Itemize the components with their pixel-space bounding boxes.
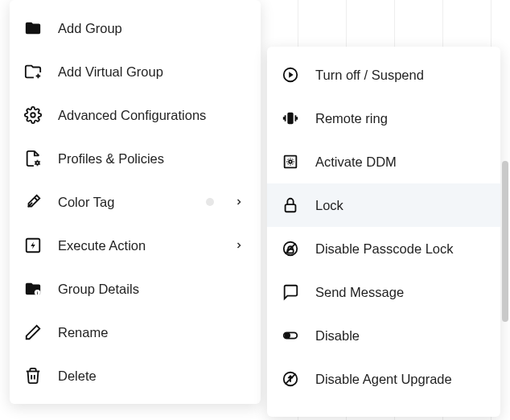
menu-item-delete[interactable]: Delete bbox=[10, 354, 261, 397]
submenu-item-lock[interactable]: Lock bbox=[267, 183, 500, 227]
submenu-item-label: Turn off / Suspend bbox=[315, 68, 484, 83]
svg-rect-9 bbox=[285, 156, 297, 168]
menu-item-label: Color Tag bbox=[58, 195, 191, 210]
svg-marker-7 bbox=[289, 72, 294, 77]
submenu-item-send-message[interactable]: Send Message bbox=[267, 270, 500, 314]
svg-point-10 bbox=[289, 160, 292, 163]
svg-rect-11 bbox=[286, 204, 296, 212]
submenu-scrollbar[interactable] bbox=[502, 161, 508, 322]
bolt-icon bbox=[23, 235, 43, 256]
menu-item-label: Profiles & Policies bbox=[58, 151, 245, 167]
folder-plus-icon bbox=[23, 61, 43, 82]
vibrate-icon bbox=[280, 108, 301, 129]
submenu-item-label: Activate DDM bbox=[315, 154, 484, 170]
toggle-icon bbox=[280, 325, 301, 346]
submenu-item-disable[interactable]: Disable bbox=[267, 314, 500, 357]
color-swatch-dot bbox=[206, 198, 214, 206]
menu-item-profiles-policies[interactable]: Profiles & Policies bbox=[10, 137, 261, 180]
document-gear-icon bbox=[23, 148, 43, 169]
svg-rect-8 bbox=[288, 113, 293, 124]
submenu-item-label: Disable Agent Upgrade bbox=[315, 372, 484, 387]
menu-item-add-group[interactable]: Add Group bbox=[10, 6, 261, 50]
submenu-item-label: Disable bbox=[315, 328, 484, 344]
chevron-right-icon bbox=[233, 240, 245, 251]
folder-icon bbox=[23, 18, 43, 39]
submenu-item-turn-off-suspend[interactable]: Turn off / Suspend bbox=[267, 53, 500, 97]
trash-icon bbox=[23, 365, 43, 386]
submenu-item-disable-passcode-lock[interactable]: Disable Passcode Lock bbox=[267, 227, 500, 270]
folder-info-icon: i bbox=[23, 278, 43, 299]
svg-point-16 bbox=[286, 333, 290, 338]
menu-item-label: Rename bbox=[58, 325, 245, 340]
submenu-item-label: Remote ring bbox=[315, 111, 484, 126]
lock-icon bbox=[280, 195, 301, 216]
menu-item-advanced-configurations[interactable]: Advanced Configurations bbox=[10, 93, 261, 137]
submenu-item-label: Send Message bbox=[315, 285, 484, 300]
submenu-item-label: Lock bbox=[315, 198, 484, 213]
menu-item-label: Advanced Configurations bbox=[58, 108, 245, 123]
menu-item-label: Execute Action bbox=[58, 238, 219, 253]
no-upgrade-icon bbox=[280, 369, 301, 389]
eyedropper-icon bbox=[23, 191, 43, 212]
menu-item-label: Add Group bbox=[58, 21, 245, 36]
menu-item-group-details[interactable]: i Group Details bbox=[10, 267, 261, 311]
submenu-item-activate-ddm[interactable]: Activate DDM bbox=[267, 140, 500, 183]
lock-slash-icon bbox=[280, 238, 301, 259]
svg-marker-3 bbox=[31, 241, 35, 249]
menu-item-execute-action[interactable]: Execute Action bbox=[10, 224, 261, 267]
power-icon bbox=[280, 64, 301, 85]
menu-item-add-virtual-group[interactable]: Add Virtual Group bbox=[10, 50, 261, 93]
execute-action-submenu: Turn off / Suspend Remote ring Activate … bbox=[267, 47, 500, 417]
menu-item-color-tag[interactable]: Color Tag bbox=[10, 180, 261, 224]
menu-item-label: Delete bbox=[58, 369, 245, 384]
gear-icon bbox=[23, 105, 43, 126]
message-icon bbox=[280, 282, 301, 303]
menu-item-label: Add Virtual Group bbox=[58, 64, 245, 80]
svg-point-0 bbox=[31, 113, 35, 117]
menu-item-label: Group Details bbox=[58, 282, 245, 297]
menu-item-rename[interactable]: Rename bbox=[10, 311, 261, 354]
submenu-item-remote-ring[interactable]: Remote ring bbox=[267, 97, 500, 140]
pencil-icon bbox=[23, 322, 43, 343]
gear-box-icon bbox=[280, 151, 301, 172]
submenu-item-disable-agent-upgrade[interactable]: Disable Agent Upgrade bbox=[267, 357, 500, 401]
chevron-right-icon bbox=[233, 196, 245, 208]
submenu-item-label: Disable Passcode Lock bbox=[315, 241, 484, 257]
primary-context-menu: Add Group Add Virtual Group Advanced Con… bbox=[10, 0, 261, 404]
svg-point-1 bbox=[36, 162, 39, 165]
